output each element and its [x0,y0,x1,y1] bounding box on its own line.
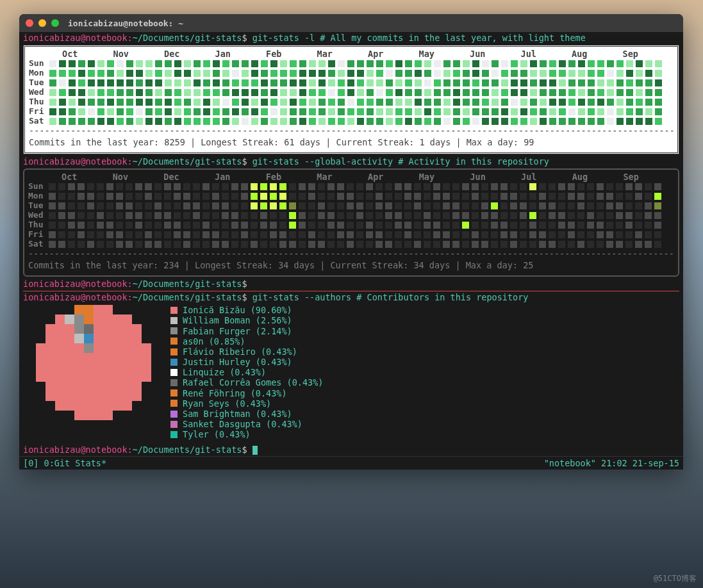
calendar-row: Wed [28,211,674,220]
contribution-cell [511,99,518,106]
contribution-cell [68,193,75,200]
contribution-cell [452,222,459,229]
contribution-cell [97,231,104,238]
contribution-cell [78,60,85,67]
contribution-cell [606,202,613,209]
contribution-cell [529,241,536,248]
contribution-cell [443,241,450,248]
contribution-cell [578,79,585,86]
contribution-cell [625,212,633,219]
contribution-cell [299,231,306,238]
contribution-cell [568,108,575,115]
contribution-cell [194,108,201,115]
contribution-cell [49,99,56,106]
pie-pixel [84,343,94,353]
contribution-cell [165,70,172,77]
contribution-cell [356,183,363,190]
contribution-cell [231,222,238,229]
contribution-cell [607,118,614,125]
contribution-cell [645,231,652,238]
day-label: Thu [29,97,49,107]
contribution-cell [530,89,537,96]
contribution-cell [318,212,325,219]
contribution-cell [636,70,643,77]
pie-pixel [132,334,142,343]
contribution-cell [97,108,104,115]
contribution-cell [78,118,85,125]
contribution-cell [395,183,402,190]
contribution-cell [251,183,258,190]
contribution-cell [385,193,392,200]
contribution-cell [184,70,191,77]
contribution-cell [482,79,489,86]
contribution-cell [366,231,373,238]
maximize-icon[interactable] [51,19,59,27]
contribution-cell [645,202,652,209]
pie-pixel [84,363,94,372]
pie-chart [36,305,151,420]
contribution-cell [318,70,326,77]
terminal-content[interactable]: ionicabizau@notebook:~/Documents/git-sta… [19,32,683,456]
contribution-cell [174,99,181,106]
contribution-cell [49,212,56,219]
contribution-cell [279,241,286,248]
contribution-cell [183,241,190,248]
contribution-cell [424,183,431,190]
contribution-cell [434,108,441,115]
contribution-cell [338,79,345,86]
contribution-cell [136,108,143,115]
contribution-cell [59,99,66,106]
contribution-cell [540,79,547,86]
contribution-cell [626,60,633,67]
contribution-cell [520,222,527,229]
contribution-cell [270,60,277,67]
contribution-cell [145,60,153,67]
pie-pixel [113,391,122,401]
swatch-icon [170,431,178,438]
calendar-row: Thu [28,220,674,230]
contribution-cell [482,108,489,115]
close-icon[interactable] [26,19,33,27]
contribution-cell [318,79,326,86]
contribution-cell [453,99,460,106]
contribution-cell [511,118,518,125]
contribution-cell [587,202,594,209]
contribution-cell [357,79,364,86]
pie-pixel [113,324,122,334]
pie-pixel [84,353,94,363]
pie-pixel [45,353,55,363]
contribution-cell [415,99,422,106]
contribution-cell [136,60,143,67]
contribution-cell [338,70,345,77]
contribution-cell [597,89,604,96]
contribution-cell [481,222,488,229]
contribution-cell [529,231,536,238]
contribution-cell [183,183,190,190]
contribution-cell [530,118,537,125]
contribution-cell [126,231,133,238]
contribution-cell [145,89,153,96]
contribution-cell [606,222,613,229]
contribution-cell [213,118,220,125]
contribution-cell [280,79,287,86]
contribution-cell [69,60,76,67]
contribution-cell [88,70,95,77]
contribution-cell [117,70,124,77]
contribution-cell [587,231,594,238]
pie-pixel [113,372,122,382]
swatch-icon [170,421,178,428]
contribution-cell [97,183,104,190]
minimize-icon[interactable] [38,19,46,27]
contribution-cell [58,202,65,209]
contribution-cell [183,222,190,229]
contribution-cell [636,99,643,106]
contribution-cell [520,108,527,115]
contribution-cell [481,212,488,219]
contribution-cell [308,183,315,190]
contribution-cell [203,118,210,125]
day-label: Wed [29,88,49,97]
prompt-line-cursor[interactable]: ionicabizau@notebook:~/Documents/git-sta… [23,445,679,455]
contribution-cell [347,70,354,77]
titlebar[interactable]: ionicabizau@notebook: ~ [19,14,683,32]
contribution-cell [290,60,297,67]
